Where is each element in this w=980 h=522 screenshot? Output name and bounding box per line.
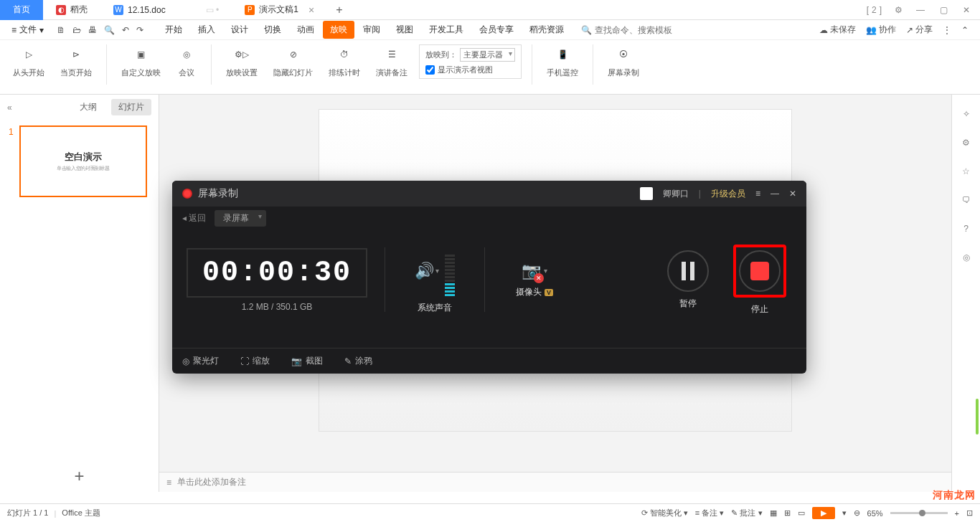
add-slide-button[interactable]: + xyxy=(0,466,159,486)
avatar[interactable] xyxy=(640,187,653,200)
minimize-icon[interactable]: — xyxy=(913,4,928,16)
app-icon-red: ◐ xyxy=(56,5,66,15)
presenter-view-checkbox[interactable]: 显示演示者视图 xyxy=(425,65,515,75)
undo-icon[interactable]: ↶ xyxy=(122,25,129,35)
pause-label: 暂停 xyxy=(679,298,697,310)
ribbon-show-settings[interactable]: ⚙▷放映设置 xyxy=(222,44,262,78)
rail-tool-2[interactable]: ⚙ xyxy=(962,138,970,148)
pause-button[interactable] xyxy=(667,250,709,292)
camera-control[interactable]: 📷✕ ▾ 摄像头V xyxy=(502,262,567,298)
collapse-panel-icon[interactable]: « xyxy=(7,103,12,113)
menu-tab-animation[interactable]: 动画 xyxy=(290,21,321,39)
notes-bar[interactable]: ≡ 单击此处添加备注 xyxy=(159,472,951,492)
spotlight-tool[interactable]: ◎ 聚光灯 xyxy=(182,355,219,367)
tab-slides[interactable]: 幻灯片 xyxy=(111,99,151,115)
beautify-button[interactable]: ⟳ 智能美化 ▾ xyxy=(641,508,688,518)
tab-state-icon: ▭ • xyxy=(206,5,220,15)
tab-doc1[interactable]: ◐稻壳 xyxy=(43,0,100,20)
view-reading-icon[interactable]: ▭ xyxy=(798,508,805,518)
slideshow-dropdown[interactable]: ▾ xyxy=(842,508,847,518)
rec-titlebar[interactable]: 屏幕录制 卿卿口 | 升级会员 ≡ — ✕ xyxy=(172,181,806,207)
audio-control[interactable]: 🔊▾ 系统声音 xyxy=(402,246,467,314)
menu-tab-design[interactable]: 设计 xyxy=(224,21,255,39)
file-menu[interactable]: ≡ 文件 ▾ xyxy=(7,22,48,37)
settings-icon[interactable]: ⚙ xyxy=(892,4,905,16)
username[interactable]: 卿卿口 xyxy=(663,188,689,200)
maximize-icon[interactable]: ▢ xyxy=(936,4,951,16)
preview-icon[interactable]: 🔍 xyxy=(104,25,115,35)
command-search[interactable]: 🔍 xyxy=(581,25,674,35)
collapse-ribbon-icon[interactable]: ⌃ xyxy=(961,25,969,35)
ribbon-rehearse[interactable]: ⏱排练计时 xyxy=(324,44,364,78)
tab-home[interactable]: 首页 xyxy=(0,0,43,20)
ribbon-phone-remote[interactable]: 📱手机遥控 xyxy=(542,44,583,78)
redo-icon[interactable]: ↷ xyxy=(136,25,143,35)
stop-control[interactable]: 停止 xyxy=(727,245,792,315)
view-normal-icon[interactable]: ▦ xyxy=(770,508,777,518)
menu-tab-review[interactable]: 审阅 xyxy=(356,21,387,39)
ribbon-speaker-notes[interactable]: ☰演讲备注 xyxy=(372,44,412,78)
draw-tool[interactable]: ✎ 涂鸦 xyxy=(344,355,372,367)
screenshot-tool[interactable]: 📷 截图 xyxy=(291,355,323,367)
tab-add[interactable]: + xyxy=(327,4,351,16)
comments-toggle[interactable]: ✎ 批注 ▾ xyxy=(731,508,762,518)
open-icon[interactable]: 🗁 xyxy=(72,25,81,35)
menu-tab-show[interactable]: 放映 xyxy=(323,21,354,39)
zoom-slider[interactable] xyxy=(890,512,948,514)
close-window-icon[interactable]: ✕ xyxy=(958,4,974,16)
zoom-out-icon[interactable]: ⊖ xyxy=(854,508,860,518)
zoom-in-icon[interactable]: + xyxy=(955,509,959,518)
ribbon-hide-slide[interactable]: ⊘隐藏幻灯片 xyxy=(269,44,317,78)
tab-outline[interactable]: 大纲 xyxy=(72,99,104,115)
ribbon-from-current[interactable]: ⊳当页开始 xyxy=(56,44,96,78)
menu-tab-resources[interactable]: 稻壳资源 xyxy=(522,21,571,39)
notes-toggle[interactable]: ≡ 备注 ▾ xyxy=(695,508,725,518)
notes-icon: ≡ xyxy=(166,478,171,488)
fit-icon[interactable]: ⊡ xyxy=(966,508,973,518)
print-icon[interactable]: 🖶 xyxy=(88,25,97,35)
stop-button[interactable] xyxy=(739,250,781,292)
menu-tab-transition[interactable]: 切换 xyxy=(257,21,288,39)
display-select[interactable]: 主要显示器 xyxy=(460,48,515,62)
camera-off-icon: ✕ xyxy=(534,273,544,283)
back-button[interactable]: ◂ 返回 xyxy=(182,212,206,224)
play-from-start-icon: ▷ xyxy=(19,44,39,65)
ribbon-from-beginning[interactable]: ▷从头开始 xyxy=(9,44,49,78)
rail-tool-6[interactable]: ◎ xyxy=(963,252,970,262)
close-icon[interactable]: × xyxy=(308,4,314,16)
new-icon[interactable]: 🗎 xyxy=(57,25,65,35)
window-count-badge[interactable]: [2] xyxy=(864,4,885,16)
record-mode-select[interactable]: 录屏幕 xyxy=(215,210,266,227)
phone-icon: 📱 xyxy=(552,44,573,65)
menu-tab-start[interactable]: 开始 xyxy=(158,21,189,39)
slideshow-button[interactable]: ▶ xyxy=(812,507,835,519)
menu-tab-insert[interactable]: 插入 xyxy=(191,21,222,39)
zoom-tool[interactable]: ⛶ 缩放 xyxy=(240,355,270,367)
ribbon-meeting[interactable]: ◎会议 xyxy=(172,44,201,78)
rec-menu-icon[interactable]: ≡ xyxy=(755,189,760,199)
collab-button[interactable]: 👥 协作 xyxy=(866,24,896,36)
more-icon[interactable]: ⋮ xyxy=(943,25,951,35)
search-input[interactable] xyxy=(595,25,674,35)
zoom-thumb[interactable] xyxy=(919,510,925,516)
rec-minimize-icon[interactable]: — xyxy=(771,189,779,199)
menu-tab-vip[interactable]: 会员专享 xyxy=(472,21,521,39)
rail-tool-5[interactable]: ? xyxy=(963,224,969,234)
share-button[interactable]: ↗ 分享 xyxy=(906,24,933,36)
rec-close-icon[interactable]: ✕ xyxy=(789,189,796,199)
rail-tool-3[interactable]: ☆ xyxy=(962,166,970,176)
rail-tool-4[interactable]: 🗨 xyxy=(962,195,971,205)
unsaved-button[interactable]: ☁ 未保存 xyxy=(819,24,856,36)
tab-doc2[interactable]: W12.15.doc▭ • xyxy=(100,0,232,20)
slide-thumb-1[interactable]: 1 空白演示 单击输入您的封面副标题 xyxy=(9,125,150,197)
menu-tab-view[interactable]: 视图 xyxy=(389,21,420,39)
menu-tab-devtools[interactable]: 开发工具 xyxy=(422,21,471,39)
rail-tool-1[interactable]: ✧ xyxy=(963,109,970,119)
ribbon-custom-show[interactable]: ▣自定义放映 xyxy=(117,44,165,78)
pause-control[interactable]: 暂停 xyxy=(656,250,720,310)
tab-doc3[interactable]: P演示文稿1× xyxy=(232,0,327,20)
view-sorter-icon[interactable]: ⊞ xyxy=(784,508,791,518)
project-to-label: 放映到： xyxy=(425,49,457,60)
ribbon-screen-record[interactable]: ⦿屏幕录制 xyxy=(603,44,644,78)
upgrade-link[interactable]: 升级会员 xyxy=(711,188,745,200)
